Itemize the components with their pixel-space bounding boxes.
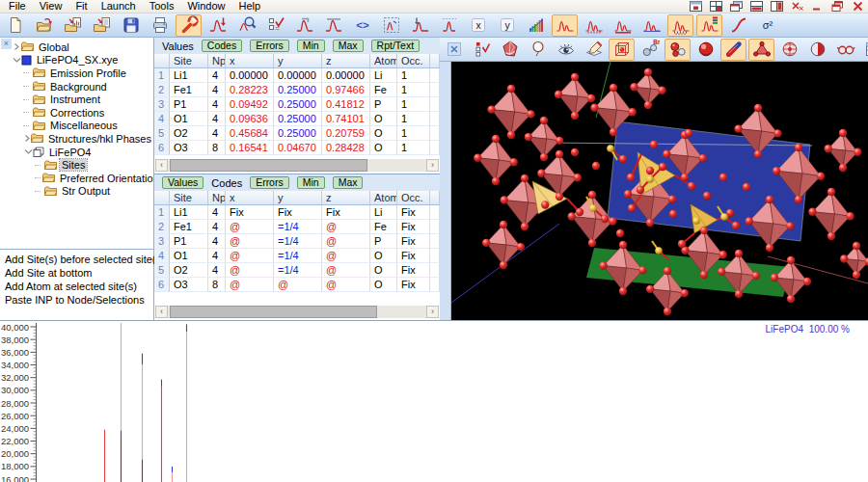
horizontal-scrollbar[interactable]: ‹› — [155, 159, 439, 172]
close-button[interactable] — [852, 1, 864, 12]
tab-rpt-text[interactable]: Rpt/Text — [371, 40, 420, 52]
tab-codes[interactable]: Codes — [202, 40, 242, 52]
tab-min[interactable]: Min — [297, 40, 325, 52]
tile-vertical-button[interactable] — [771, 1, 783, 12]
cell[interactable]: @ — [226, 249, 274, 263]
cell[interactable]: 4 — [208, 126, 226, 141]
col-header-z[interactable]: z — [322, 54, 370, 68]
scroll-right-button[interactable]: › — [426, 159, 439, 172]
cell[interactable]: Fix — [397, 220, 430, 234]
col-header-np[interactable]: Np — [208, 54, 226, 68]
cell[interactable]: 4 — [208, 68, 226, 83]
tab-codes[interactable]: Codes — [211, 177, 242, 189]
cell[interactable]: Fe1 — [170, 83, 208, 97]
cell[interactable]: 1 — [397, 141, 430, 155]
restore-button[interactable] — [831, 1, 844, 12]
cell[interactable]: 0.00000 — [226, 68, 274, 83]
tab-values[interactable]: Values — [162, 176, 203, 189]
cell[interactable]: P1 — [170, 97, 208, 112]
peaks-ticks-hkl-button[interactable] — [667, 14, 693, 37]
cell[interactable]: P — [370, 234, 397, 249]
menu-launch[interactable]: Launch — [95, 0, 143, 13]
row-number[interactable]: 2 — [154, 220, 170, 234]
cell[interactable]: 1 — [397, 83, 430, 97]
peak-zoom-button[interactable] — [233, 14, 259, 37]
cell[interactable]: 4 — [208, 205, 226, 220]
sigma-squared-button[interactable]: σ² — [754, 14, 780, 37]
menu-file[interactable]: File — [2, 0, 33, 13]
cell[interactable]: @ — [322, 249, 370, 263]
cell[interactable]: P — [370, 97, 397, 112]
cell[interactable]: 1 — [397, 112, 430, 126]
cell[interactable]: 0.25000 — [274, 97, 322, 112]
close-all-button[interactable] — [791, 1, 803, 12]
cell[interactable]: 0.00000 — [274, 68, 322, 83]
tree-expander[interactable] — [23, 147, 33, 156]
cascade-windows-button[interactable] — [730, 1, 743, 12]
peak-dotted-button[interactable] — [436, 14, 462, 37]
peak-insert-button[interactable] — [407, 14, 433, 37]
structure-3d-view[interactable] — [451, 62, 868, 320]
row-number[interactable]: 4 — [154, 249, 170, 263]
cell[interactable]: O2 — [170, 263, 208, 278]
col-header-occ[interactable]: Occ. — [397, 191, 430, 205]
cell[interactable]: 4 — [208, 220, 226, 234]
tree-item-sites[interactable]: Sites — [12, 158, 153, 172]
tab-max[interactable]: Max — [333, 40, 364, 52]
cell[interactable]: =1/4 — [274, 263, 322, 278]
cell[interactable]: Li1 — [170, 205, 208, 220]
fit-checklist-button[interactable] — [262, 14, 288, 37]
refine-options-button[interactable] — [176, 14, 202, 37]
action-add-atom-at-selected-site-s[interactable]: Add Atom at selected site(s) — [5, 280, 153, 293]
half-atom-button[interactable] — [804, 39, 830, 61]
cell[interactable]: 0.09492 — [226, 97, 274, 112]
col-header-atom[interactable]: Atom — [370, 54, 397, 68]
row-number[interactable]: 4 — [154, 112, 170, 126]
tree-expander[interactable] — [12, 56, 21, 65]
cell[interactable]: @ — [322, 234, 370, 249]
unit-cell-button[interactable] — [609, 39, 635, 61]
cell[interactable]: O — [370, 278, 397, 292]
bonds-label-button[interactable]: Br — [637, 39, 663, 61]
cell[interactable]: @ — [226, 263, 274, 278]
cell[interactable]: O — [370, 112, 397, 126]
row-number[interactable]: 5 — [154, 263, 170, 278]
tree-item-corrections[interactable]: Corrections — [12, 106, 153, 120]
scroll-thumb[interactable] — [170, 306, 377, 318]
col-header-blank[interactable] — [154, 191, 170, 205]
tile-grid-button[interactable] — [710, 1, 722, 12]
cell[interactable]: 0.25000 — [274, 112, 322, 126]
cell[interactable]: 0.97466 — [322, 83, 370, 97]
row-number[interactable]: 1 — [154, 205, 170, 220]
action-add-site-s-before-selected-site-s[interactable]: Add Site(s) before selected site(s) — [5, 253, 153, 266]
cell[interactable]: 0.28223 — [226, 83, 274, 97]
cell[interactable]: Li1 — [170, 68, 208, 83]
tab-errors[interactable]: Errors — [250, 40, 289, 52]
atom-style-button[interactable] — [665, 39, 691, 61]
cell[interactable]: O — [370, 141, 397, 155]
tile-horizontal-button[interactable] — [750, 1, 763, 12]
cell[interactable]: 0.45684 — [226, 126, 274, 141]
big-atom-button[interactable] — [692, 39, 719, 61]
col-header-blank[interactable] — [430, 54, 440, 68]
col-header-x[interactable]: x — [226, 191, 274, 205]
cell[interactable]: @ — [322, 220, 370, 234]
tree-item-global[interactable]: Global — [12, 40, 153, 54]
new-document-button[interactable] — [2, 14, 28, 37]
cell[interactable]: 4 — [208, 263, 226, 278]
tree-item-lifepo4-sx-xye[interactable]: LiFePO4_SX.xye — [12, 54, 153, 67]
cell[interactable]: O — [370, 126, 397, 141]
tab-values[interactable]: Values — [162, 40, 194, 52]
row-number[interactable]: 6 — [154, 278, 170, 292]
cell[interactable]: 0.16541 — [226, 141, 274, 155]
col-header-site[interactable]: Site — [170, 191, 208, 205]
cell[interactable]: 0.04670 — [274, 141, 322, 155]
x-toggle-button[interactable]: x — [465, 14, 491, 37]
close-tree-panel-button[interactable]: × — [1, 39, 12, 49]
cell[interactable]: 8 — [208, 278, 226, 292]
print-button[interactable] — [147, 14, 173, 37]
peak-down-button[interactable] — [204, 14, 231, 37]
cell[interactable]: O2 — [170, 126, 208, 141]
cell[interactable]: P1 — [170, 234, 208, 249]
view-eye-button[interactable] — [553, 39, 579, 61]
